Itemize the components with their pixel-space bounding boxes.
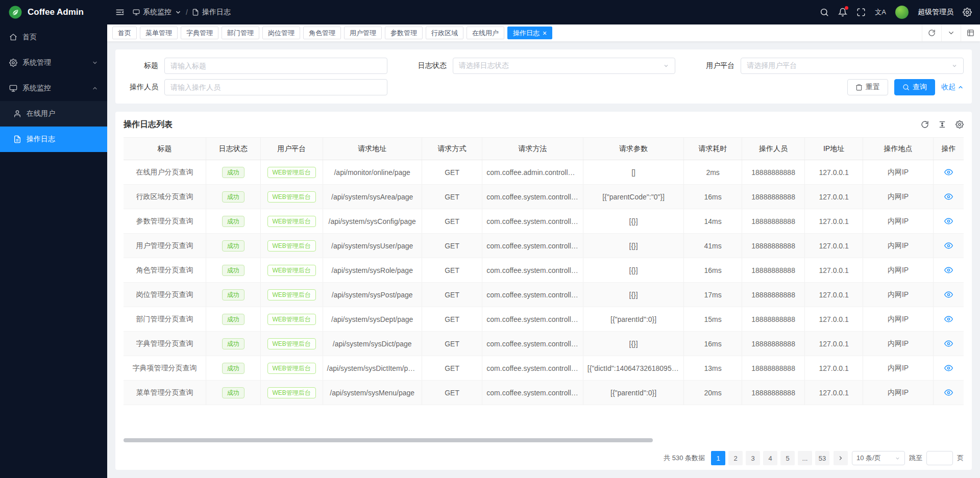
- sidebar-item-system-monitor[interactable]: 系统监控: [0, 76, 107, 101]
- column-settings-gear-icon[interactable]: [955, 120, 964, 129]
- jump-page-input[interactable]: [926, 451, 953, 465]
- view-detail-button[interactable]: [944, 217, 953, 225]
- cell-operator: 18888888888: [742, 185, 804, 209]
- topbar: 系统监控 / 操作日志: [107, 0, 980, 24]
- tab-10[interactable]: 操作日志×: [507, 27, 552, 39]
- jump-suffix-label: 页: [957, 454, 964, 463]
- search-button[interactable]: 查询: [894, 79, 935, 95]
- sidebar-item-operation-log[interactable]: 操作日志: [0, 127, 107, 152]
- tab-4[interactable]: 岗位管理: [262, 27, 300, 39]
- tab-close-icon[interactable]: ×: [543, 30, 547, 37]
- view-detail-button[interactable]: [944, 192, 953, 201]
- tab-label: 在线用户: [472, 29, 499, 38]
- cell-title: 字典管理分页查询: [124, 332, 206, 356]
- tab-label: 首页: [118, 29, 131, 38]
- operator-input[interactable]: [164, 79, 387, 95]
- chevron-right-icon: [838, 455, 844, 461]
- table-row: 在线用户分页查询成功WEB管理后台/api/monitor/online/pag…: [124, 160, 964, 185]
- tab-3[interactable]: 部门管理: [222, 27, 259, 39]
- home-icon: [9, 33, 17, 41]
- tab-label: 岗位管理: [268, 29, 295, 38]
- title-input[interactable]: [164, 58, 387, 74]
- breadcrumb-item-monitor[interactable]: 系统监控: [133, 8, 182, 17]
- tab-label: 字典管理: [186, 29, 213, 38]
- log-status-field-label: 日志状态: [412, 61, 453, 70]
- translate-icon[interactable]: 文A: [875, 8, 886, 17]
- cell-duration: 16ms: [684, 332, 742, 356]
- settings-gear-icon[interactable]: [963, 8, 972, 17]
- column-header-2: 用户平台: [260, 138, 323, 160]
- cell-method: GET: [422, 332, 482, 356]
- refresh-icon[interactable]: [922, 24, 941, 41]
- layout-icon[interactable]: [961, 24, 980, 41]
- cell-status: 成功: [206, 356, 260, 381]
- log-status-select[interactable]: 请选择日志状态: [453, 58, 676, 74]
- sidebar-collapse-icon[interactable]: [115, 8, 125, 17]
- cell-title: 菜单管理分页查询: [124, 381, 206, 405]
- horizontal-scrollbar-thumb[interactable]: [124, 438, 653, 442]
- notification-dot: [845, 6, 848, 10]
- pagination-page-1[interactable]: 1: [711, 451, 725, 465]
- view-detail-button[interactable]: [944, 241, 953, 250]
- tab-6[interactable]: 用户管理: [344, 27, 382, 39]
- page-size-select[interactable]: 10 条/页: [852, 451, 905, 465]
- view-detail-button[interactable]: [944, 168, 953, 177]
- app-logo-icon: [8, 5, 22, 19]
- tab-label: 部门管理: [227, 29, 254, 38]
- row-density-icon[interactable]: [938, 120, 946, 129]
- search-button-label: 查询: [913, 83, 927, 92]
- sidebar-item-system-management[interactable]: 系统管理: [0, 50, 107, 76]
- cell-platform: WEB管理后台: [260, 234, 323, 258]
- collapse-link[interactable]: 收起: [941, 83, 964, 92]
- search-icon[interactable]: [820, 8, 829, 17]
- reset-button[interactable]: 重置: [847, 79, 888, 95]
- cell-url: /api/system/sysDictItem/pa...: [323, 356, 422, 381]
- gear-icon: [9, 59, 17, 67]
- view-detail-button[interactable]: [944, 266, 953, 274]
- chevron-down-icon[interactable]: [941, 24, 961, 41]
- notification-bell-icon[interactable]: [838, 8, 847, 17]
- pagination-page-3[interactable]: 3: [746, 451, 760, 465]
- sidebar-submenu: 在线用户 操作日志: [0, 101, 107, 152]
- cell-ip: 127.0.0.1: [805, 234, 863, 258]
- cell-location: 内网IP: [863, 185, 933, 209]
- cell-operator: 18888888888: [742, 332, 804, 356]
- operator-field-label: 操作人员: [124, 83, 164, 92]
- refresh-icon[interactable]: [921, 120, 929, 129]
- fullscreen-icon[interactable]: [856, 8, 866, 17]
- view-detail-button[interactable]: [944, 364, 953, 372]
- sidebar-item-home[interactable]: 首页: [0, 24, 107, 50]
- tab-0[interactable]: 首页: [112, 27, 137, 39]
- view-detail-button[interactable]: [944, 290, 953, 299]
- cell-method: GET: [422, 283, 482, 307]
- pagination-page-5[interactable]: 5: [780, 451, 795, 465]
- tab-9[interactable]: 在线用户: [467, 27, 504, 39]
- tab-8[interactable]: 行政区域: [426, 27, 463, 39]
- tab-5[interactable]: 角色管理: [303, 27, 341, 39]
- cell-title: 行政区域分页查询: [124, 185, 206, 209]
- table-row: 菜单管理分页查询成功WEB管理后台/api/system/sysMenu/pag…: [124, 381, 964, 405]
- platform-badge: WEB管理后台: [267, 265, 316, 276]
- pagination-page-2[interactable]: 2: [728, 451, 743, 465]
- view-detail-button[interactable]: [944, 315, 953, 323]
- pagination-more[interactable]: ...: [798, 451, 812, 465]
- pagination-page-53[interactable]: 53: [815, 451, 829, 465]
- table-row: 部门管理分页查询成功WEB管理后台/api/system/sysDept/pag…: [124, 307, 964, 332]
- cell-method: GET: [422, 234, 482, 258]
- cell-duration: 2ms: [684, 160, 742, 185]
- sidebar-item-online-users[interactable]: 在线用户: [0, 101, 107, 127]
- user-platform-select[interactable]: 请选择用户平台: [741, 58, 964, 74]
- tab-1[interactable]: 菜单管理: [140, 27, 178, 39]
- tab-2[interactable]: 字典管理: [181, 27, 218, 39]
- view-detail-button[interactable]: [944, 388, 953, 397]
- pagination-page-4[interactable]: 4: [763, 451, 777, 465]
- view-detail-button[interactable]: [944, 339, 953, 348]
- user-name[interactable]: 超级管理员: [918, 8, 953, 17]
- reset-button-label: 重置: [866, 83, 880, 92]
- next-page-button[interactable]: [834, 451, 848, 465]
- tab-7[interactable]: 参数管理: [385, 27, 423, 39]
- cell-function: com.coffee.system.controlle...: [482, 234, 583, 258]
- cell-function: com.coffee.system.controlle...: [482, 381, 583, 405]
- avatar[interactable]: [895, 6, 909, 19]
- cell-params: [{}]: [583, 209, 684, 234]
